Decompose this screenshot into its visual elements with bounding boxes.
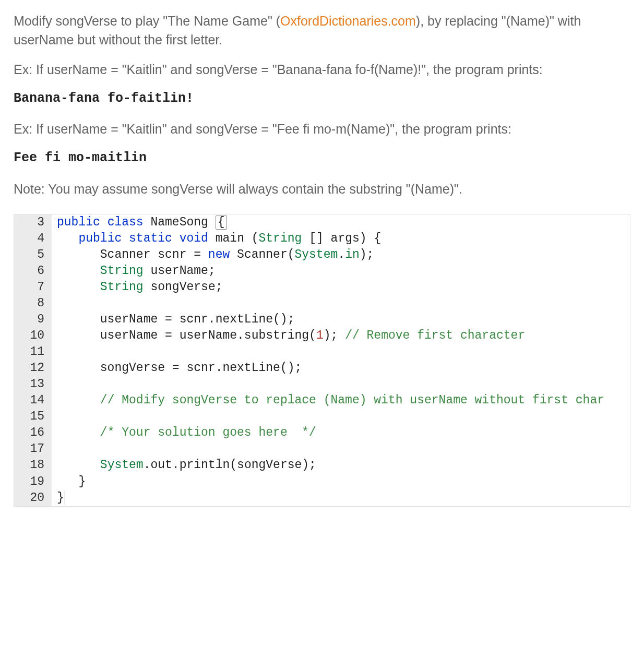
code-line-content[interactable] [52,295,630,312]
code-line-content[interactable]: public class NameSong { [52,214,630,231]
code-row[interactable]: 10 userName = userName.substring(1); // … [14,328,630,344]
cursor-brace: { [216,216,227,230]
line-number: 5 [14,247,52,263]
line-number: 11 [14,344,52,360]
token-type: String [100,280,144,294]
token-type: in [345,248,360,261]
code-line-content[interactable]: String userName; [52,263,630,279]
code-row[interactable]: 5 Scanner scnr = new Scanner(System.in); [14,247,630,263]
example-1-output: Banana-fana fo-faitlin! [14,89,630,108]
code-line-content[interactable] [52,376,630,392]
code-row[interactable]: 13 [14,376,630,392]
code-line-content[interactable]: // Modify songVerse to replace (Name) wi… [52,392,630,409]
line-number: 8 [14,295,52,312]
code-line-content[interactable]: userName = userName.substring(1); // Rem… [52,328,630,344]
code-line-content[interactable]: Scanner scnr = new Scanner(System.in); [52,247,630,263]
token-cmt: // Remove first character [345,329,525,342]
token-kw: static [129,232,172,245]
line-number: 7 [14,279,52,295]
line-number: 13 [14,376,52,392]
line-number: 4 [14,231,52,247]
code-row[interactable]: 3public class NameSong { [14,214,630,231]
code-row[interactable]: 12 songVerse = scnr.nextLine(); [14,360,630,376]
code-line-content[interactable] [52,409,630,425]
code-row[interactable]: 17 [14,441,630,457]
problem-description: Modify songVerse to play "The Name Game"… [14,11,630,198]
code-row[interactable]: 6 String userName; [14,263,630,279]
line-number: 14 [14,392,52,409]
token-type: String [259,232,302,245]
line-number: 19 [14,474,52,490]
line-number: 18 [14,457,52,473]
code-line-content[interactable]: songVerse = scnr.nextLine(); [52,360,630,376]
code-line-content[interactable]: } [52,474,630,490]
line-number: 6 [14,263,52,279]
code-row[interactable]: 8 [14,295,630,312]
token-kw: void [180,232,208,245]
token-type: String [100,264,144,278]
code-line-content[interactable]: System.out.println(songVerse); [52,457,630,473]
code-line-content[interactable]: /* Your solution goes here */ [52,425,630,441]
example-1-intro: Ex: If userName = "Kaitlin" and songVers… [14,60,630,79]
code-editor[interactable]: 3public class NameSong {4 public static … [14,214,630,507]
code-row[interactable]: 19 } [14,474,630,490]
token-kw: public [78,232,122,245]
token-kw: new [208,248,230,261]
line-number: 12 [14,360,52,376]
example-2-output: Fee fi mo-maitlin [14,149,630,168]
line-number: 9 [14,312,52,328]
line-number: 16 [14,425,52,441]
line-number: 17 [14,441,52,457]
line-number: 20 [14,490,52,506]
code-row[interactable]: 15 [14,409,630,425]
token-cmt: // Modify songVerse to replace (Name) wi… [100,393,604,407]
token-kw: public [57,216,100,229]
code-row[interactable]: 16 /* Your solution goes here */ [14,425,630,441]
code-row[interactable]: 7 String songVerse; [14,279,630,295]
code-row[interactable]: 11 [14,344,630,360]
code-row[interactable]: 14 // Modify songVerse to replace (Name)… [14,392,630,409]
note-text: Note: You may assume songVerse will alwa… [14,180,630,198]
text-caret [65,491,65,504]
token-type: System [100,458,144,472]
token-kw: class [108,216,144,229]
code-row[interactable]: 4 public static void main (String [] arg… [14,231,630,247]
code-line-content[interactable]: String songVerse; [52,279,630,295]
p1-part-a: Modify songVerse to play "The Name Game"… [14,14,280,28]
token-cmt: /* Your solution goes here */ [100,426,316,439]
code-line-content[interactable]: } [52,490,630,506]
code-row[interactable]: 20} [14,490,630,506]
code-line-content[interactable]: public static void main (String [] args)… [52,231,630,247]
token-type: System [295,248,338,261]
code-row[interactable]: 9 userName = scnr.nextLine(); [14,312,630,328]
problem-paragraph-1: Modify songVerse to play "The Name Game"… [14,11,630,50]
line-number: 3 [14,214,52,231]
token-num: 1 [316,329,324,342]
line-number: 10 [14,328,52,344]
example-2-intro: Ex: If userName = "Kaitlin" and songVers… [14,119,630,138]
code-line-content[interactable] [52,344,630,360]
line-number: 15 [14,409,52,425]
external-link[interactable]: OxfordDictionaries.com [280,14,416,28]
code-line-content[interactable]: userName = scnr.nextLine(); [52,312,630,328]
code-line-content[interactable] [52,441,630,457]
code-row[interactable]: 18 System.out.println(songVerse); [14,457,630,473]
